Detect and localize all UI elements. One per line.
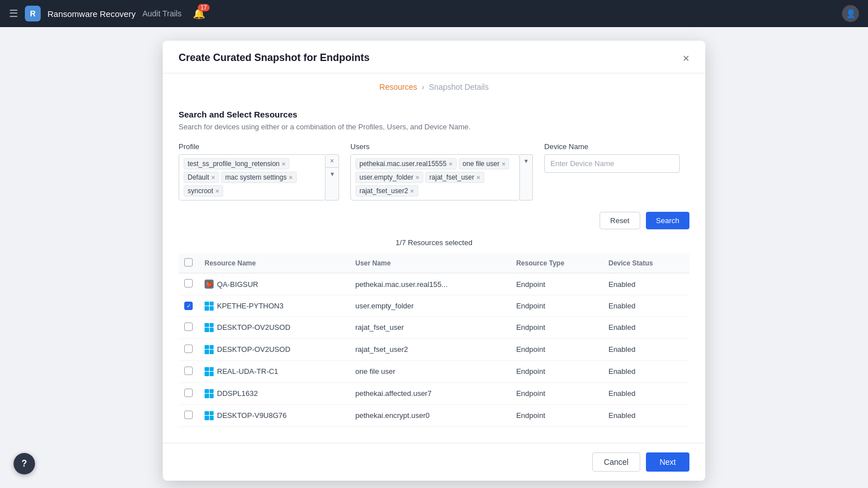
dialog-footer: Cancel Next (163, 443, 705, 481)
filters-row: Profile test_ss_profile_long_retension ×… (179, 142, 689, 201)
reset-button[interactable]: Reset (600, 212, 640, 229)
user-tag-0-remove[interactable]: × (449, 160, 452, 167)
cell-user-name-0: pethekai.mac.user.real155... (350, 273, 511, 295)
windows-icon (205, 411, 217, 420)
cell-device-status-1: Enabled (603, 295, 689, 317)
device-name-input[interactable] (544, 154, 680, 173)
close-button[interactable]: × (683, 53, 689, 64)
device-name-label: Device Name (544, 142, 680, 151)
audit-trails-link[interactable]: Audit Trails (142, 9, 181, 18)
table-row: DESKTOP-OV2USODrajat_fset_user2EndpointE… (179, 338, 689, 360)
user-tag-3: rajat_fset_user × (426, 172, 484, 183)
cell-resource-type-0: Endpoint (510, 273, 602, 295)
section-description: Search for devices using either or a com… (179, 123, 689, 131)
table-header-row: Resource Name User Name Resource Type De… (179, 254, 689, 273)
resource-name-text: DDSPL1632 (217, 389, 258, 398)
top-navigation: ☰ R Ransomware Recovery Audit Trails 🔔 1… (0, 0, 868, 27)
profile-clear-button[interactable]: × (326, 155, 338, 168)
cell-device-status-2: Enabled (603, 316, 689, 338)
profile-label: Profile (179, 142, 339, 151)
dialog-title: Create Curated Snapshot for Endpoints (179, 52, 370, 64)
cell-user-name-6: pethekai.encrypt.user0 (350, 404, 511, 426)
cell-user-name-1: user.empty_folder (350, 295, 511, 317)
user-avatar[interactable]: 👤 (842, 5, 859, 22)
resource-name-text: DESKTOP-OV2USOD (217, 345, 290, 354)
cell-resource-type-5: Endpoint (510, 382, 602, 404)
cell-user-name-4: one file user (350, 360, 511, 382)
th-user-name: User Name (350, 254, 511, 273)
row-checkbox-5[interactable] (184, 389, 193, 397)
dialog-header: Create Curated Snapshot for Endpoints × (163, 41, 705, 73)
cell-device-status-3: Enabled (603, 338, 689, 360)
profile-filter-group: Profile test_ss_profile_long_retension ×… (179, 142, 339, 201)
users-dropdown-button[interactable]: ▾ (520, 155, 532, 167)
resources-count: 1/7 Resources selected (179, 238, 689, 247)
resource-name-text: QA-BIGSUR (217, 280, 258, 289)
notification-bell[interactable]: 🔔 17 (193, 7, 205, 20)
user-tag-0: pethekai.mac.user.real15555 × (355, 158, 457, 169)
th-resource-type: Resource Type (510, 254, 602, 273)
table-row: DESKTOP-V9U8G76pethekai.encrypt.user0End… (179, 404, 689, 426)
windows-icon (205, 301, 217, 311)
create-snapshot-dialog: Create Curated Snapshot for Endpoints × … (163, 41, 705, 481)
resource-name-text: DESKTOP-V9U8G76 (217, 411, 287, 420)
menu-icon[interactable]: ☰ (9, 7, 18, 20)
select-all-checkbox[interactable] (184, 258, 193, 267)
section-title: Search and Select Resources (179, 110, 689, 119)
profile-dropdown-button[interactable]: ▾ (326, 168, 338, 180)
user-tag-1-remove[interactable]: × (502, 160, 505, 167)
cell-resource-name-0: 🍎QA-BIGSUR (199, 273, 350, 295)
profile-tag-2-remove[interactable]: × (289, 174, 292, 181)
th-checkbox (179, 254, 199, 273)
dialog-content: Search and Select Resources Search for d… (163, 98, 705, 443)
page-background: Create Curated Snapshot for Endpoints × … (0, 27, 868, 488)
cell-device-status-6: Enabled (603, 404, 689, 426)
cell-user-name-5: pethekai.affected.user7 (350, 382, 511, 404)
profile-tag-2: mac system settings × (221, 172, 296, 183)
row-checkbox-1[interactable]: ✓ (184, 302, 193, 310)
profile-tag-3-remove[interactable]: × (215, 188, 219, 194)
table-row: 🍎QA-BIGSURpethekai.mac.user.real155...En… (179, 273, 689, 295)
resources-table: Resource Name User Name Resource Type De… (179, 254, 689, 427)
cell-device-status-0: Enabled (603, 273, 689, 295)
row-checkbox-6[interactable] (184, 411, 193, 419)
table-row: REAL-UDA-TR-C1one file userEndpointEnabl… (179, 360, 689, 382)
cell-user-name-3: rajat_fset_user2 (350, 338, 511, 360)
row-checkbox-2[interactable] (184, 323, 193, 331)
cancel-button[interactable]: Cancel (592, 452, 641, 472)
resource-name-text: KPETHE-PYTHON3 (217, 302, 284, 310)
cell-resource-type-3: Endpoint (510, 338, 602, 360)
row-checkbox-3[interactable] (184, 345, 193, 353)
step-resources: Resources (379, 82, 417, 91)
table-row: ✓ KPETHE-PYTHON3user.empty_folderEndpoin… (179, 295, 689, 317)
cell-resource-name-4: REAL-UDA-TR-C1 (199, 360, 350, 382)
next-button[interactable]: Next (646, 452, 689, 472)
profile-tag-1-remove[interactable]: × (211, 174, 215, 181)
app-title: Ransomware Recovery (47, 9, 136, 19)
users-input-box[interactable]: pethekai.mac.user.real15555 × one file u… (350, 154, 520, 201)
search-button[interactable]: Search (646, 212, 689, 229)
step-chevron: › (422, 82, 424, 91)
user-tag-2-remove[interactable]: × (415, 174, 419, 181)
user-tag-4-remove[interactable]: × (410, 188, 414, 194)
profile-tag-0-remove[interactable]: × (282, 160, 285, 167)
row-checkbox-4[interactable] (184, 367, 193, 375)
cell-device-status-5: Enabled (603, 382, 689, 404)
cell-resource-type-2: Endpoint (510, 316, 602, 338)
users-filter-group: Users pethekai.mac.user.real15555 × one … (350, 142, 533, 201)
profile-tag-0: test_ss_profile_long_retension × (184, 158, 289, 169)
profile-tag-3: syncroot × (184, 185, 223, 197)
cell-resource-name-2: DESKTOP-OV2USOD (199, 316, 350, 338)
cell-resource-name-5: DDSPL1632 (199, 382, 350, 404)
profile-input-box[interactable]: test_ss_profile_long_retension × Default… (179, 154, 326, 201)
help-button[interactable]: ? (14, 453, 35, 474)
cell-user-name-2: rajat_fset_user (350, 316, 511, 338)
row-checkbox-0[interactable] (184, 279, 193, 287)
windows-icon (205, 367, 217, 376)
windows-icon (205, 389, 217, 398)
user-tag-3-remove[interactable]: × (476, 174, 480, 181)
profile-tag-1: Default × (184, 172, 219, 183)
th-resource-name: Resource Name (199, 254, 350, 273)
th-device-status: Device Status (603, 254, 689, 273)
cell-resource-type-6: Endpoint (510, 404, 602, 426)
